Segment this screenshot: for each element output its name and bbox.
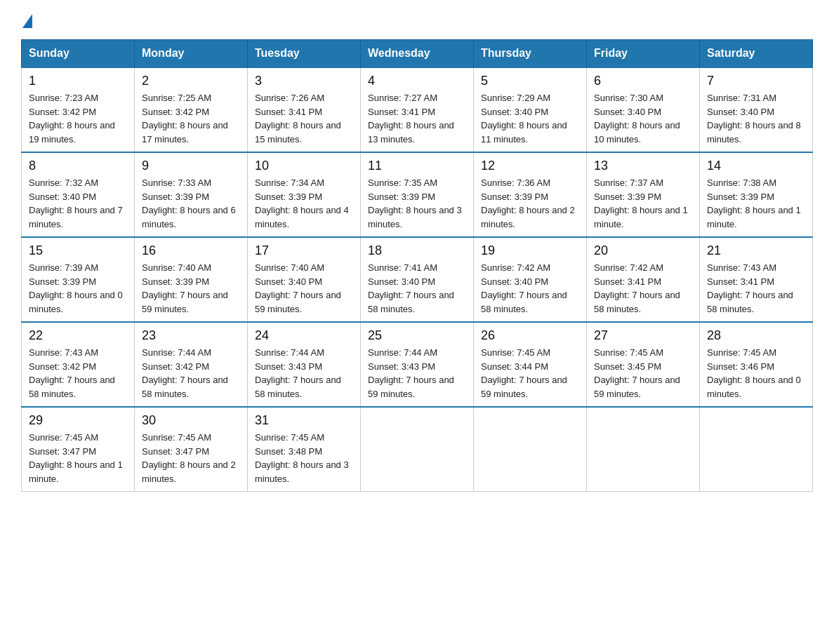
calendar-cell: 8 Sunrise: 7:32 AM Sunset: 3:40 PM Dayli… bbox=[22, 152, 135, 237]
day-info: Sunrise: 7:44 AM Sunset: 3:42 PM Dayligh… bbox=[142, 346, 240, 401]
calendar-cell: 9 Sunrise: 7:33 AM Sunset: 3:39 PM Dayli… bbox=[135, 152, 248, 237]
day-number: 6 bbox=[594, 74, 692, 88]
day-info: Sunrise: 7:29 AM Sunset: 3:40 PM Dayligh… bbox=[481, 91, 579, 146]
day-info: Sunrise: 7:26 AM Sunset: 3:41 PM Dayligh… bbox=[255, 91, 353, 146]
day-number: 27 bbox=[594, 328, 692, 343]
day-info: Sunrise: 7:43 AM Sunset: 3:42 PM Dayligh… bbox=[29, 346, 127, 401]
calendar-cell: 14 Sunrise: 7:38 AM Sunset: 3:39 PM Dayl… bbox=[700, 152, 813, 237]
header-wednesday: Wednesday bbox=[361, 40, 474, 68]
calendar-cell: 18 Sunrise: 7:41 AM Sunset: 3:40 PM Dayl… bbox=[361, 237, 474, 322]
calendar-week-row: 1 Sunrise: 7:23 AM Sunset: 3:42 PM Dayli… bbox=[22, 67, 813, 152]
day-info: Sunrise: 7:42 AM Sunset: 3:41 PM Dayligh… bbox=[594, 261, 692, 316]
calendar-cell: 16 Sunrise: 7:40 AM Sunset: 3:39 PM Dayl… bbox=[135, 237, 248, 322]
day-info: Sunrise: 7:44 AM Sunset: 3:43 PM Dayligh… bbox=[368, 346, 466, 401]
day-number: 25 bbox=[368, 328, 466, 343]
calendar-cell: 12 Sunrise: 7:36 AM Sunset: 3:39 PM Dayl… bbox=[474, 152, 587, 237]
day-number: 11 bbox=[368, 159, 466, 173]
calendar-week-row: 22 Sunrise: 7:43 AM Sunset: 3:42 PM Dayl… bbox=[22, 322, 813, 407]
day-info: Sunrise: 7:45 AM Sunset: 3:47 PM Dayligh… bbox=[142, 431, 240, 485]
day-number: 21 bbox=[707, 243, 805, 258]
day-info: Sunrise: 7:32 AM Sunset: 3:40 PM Dayligh… bbox=[29, 176, 127, 231]
calendar-cell: 26 Sunrise: 7:45 AM Sunset: 3:44 PM Dayl… bbox=[474, 322, 587, 407]
calendar-cell: 3 Sunrise: 7:26 AM Sunset: 3:41 PM Dayli… bbox=[248, 67, 361, 152]
day-info: Sunrise: 7:45 AM Sunset: 3:44 PM Dayligh… bbox=[481, 346, 579, 401]
day-number: 9 bbox=[142, 159, 240, 173]
day-number: 23 bbox=[142, 328, 240, 343]
day-number: 17 bbox=[255, 243, 353, 258]
day-info: Sunrise: 7:45 AM Sunset: 3:48 PM Dayligh… bbox=[255, 431, 353, 485]
day-info: Sunrise: 7:35 AM Sunset: 3:39 PM Dayligh… bbox=[368, 176, 466, 231]
day-info: Sunrise: 7:31 AM Sunset: 3:40 PM Dayligh… bbox=[707, 91, 805, 146]
day-number: 14 bbox=[707, 159, 805, 173]
calendar-cell: 31 Sunrise: 7:45 AM Sunset: 3:48 PM Dayl… bbox=[248, 407, 361, 492]
day-info: Sunrise: 7:45 AM Sunset: 3:45 PM Dayligh… bbox=[594, 346, 692, 401]
day-number: 18 bbox=[368, 243, 466, 258]
header-thursday: Thursday bbox=[474, 40, 587, 68]
day-number: 12 bbox=[481, 159, 579, 173]
day-info: Sunrise: 7:43 AM Sunset: 3:41 PM Dayligh… bbox=[707, 261, 805, 316]
calendar-week-row: 15 Sunrise: 7:39 AM Sunset: 3:39 PM Dayl… bbox=[22, 237, 813, 322]
calendar-cell: 1 Sunrise: 7:23 AM Sunset: 3:42 PM Dayli… bbox=[22, 67, 135, 152]
day-number: 16 bbox=[142, 243, 240, 258]
calendar-table: SundayMondayTuesdayWednesdayThursdayFrid… bbox=[21, 39, 813, 492]
header-tuesday: Tuesday bbox=[248, 40, 361, 68]
day-number: 20 bbox=[594, 243, 692, 258]
calendar-cell: 13 Sunrise: 7:37 AM Sunset: 3:39 PM Dayl… bbox=[587, 152, 700, 237]
day-info: Sunrise: 7:39 AM Sunset: 3:39 PM Dayligh… bbox=[29, 261, 127, 316]
calendar-cell: 10 Sunrise: 7:34 AM Sunset: 3:39 PM Dayl… bbox=[248, 152, 361, 237]
calendar-cell: 11 Sunrise: 7:35 AM Sunset: 3:39 PM Dayl… bbox=[361, 152, 474, 237]
day-info: Sunrise: 7:44 AM Sunset: 3:43 PM Dayligh… bbox=[255, 346, 353, 401]
day-number: 13 bbox=[594, 159, 692, 173]
day-number: 2 bbox=[142, 74, 240, 88]
day-info: Sunrise: 7:27 AM Sunset: 3:41 PM Dayligh… bbox=[368, 91, 466, 146]
calendar-cell: 25 Sunrise: 7:44 AM Sunset: 3:43 PM Dayl… bbox=[361, 322, 474, 407]
day-number: 30 bbox=[142, 413, 240, 428]
day-info: Sunrise: 7:34 AM Sunset: 3:39 PM Dayligh… bbox=[255, 176, 353, 231]
day-number: 28 bbox=[707, 328, 805, 343]
day-info: Sunrise: 7:41 AM Sunset: 3:40 PM Dayligh… bbox=[368, 261, 466, 316]
day-info: Sunrise: 7:37 AM Sunset: 3:39 PM Dayligh… bbox=[594, 176, 692, 231]
calendar-week-row: 8 Sunrise: 7:32 AM Sunset: 3:40 PM Dayli… bbox=[22, 152, 813, 237]
calendar-cell bbox=[474, 407, 587, 492]
page-header bbox=[21, 14, 813, 27]
day-number: 4 bbox=[368, 74, 466, 88]
calendar-cell: 6 Sunrise: 7:30 AM Sunset: 3:40 PM Dayli… bbox=[587, 67, 700, 152]
day-number: 26 bbox=[481, 328, 579, 343]
calendar-cell: 28 Sunrise: 7:45 AM Sunset: 3:46 PM Dayl… bbox=[700, 322, 813, 407]
day-info: Sunrise: 7:23 AM Sunset: 3:42 PM Dayligh… bbox=[29, 91, 127, 146]
day-number: 5 bbox=[481, 74, 579, 88]
day-info: Sunrise: 7:45 AM Sunset: 3:47 PM Dayligh… bbox=[29, 431, 127, 485]
day-number: 29 bbox=[29, 413, 127, 428]
day-number: 22 bbox=[29, 328, 127, 343]
header-friday: Friday bbox=[587, 40, 700, 68]
day-info: Sunrise: 7:45 AM Sunset: 3:46 PM Dayligh… bbox=[707, 346, 805, 401]
calendar-cell: 2 Sunrise: 7:25 AM Sunset: 3:42 PM Dayli… bbox=[135, 67, 248, 152]
day-info: Sunrise: 7:30 AM Sunset: 3:40 PM Dayligh… bbox=[594, 91, 692, 146]
calendar-cell: 7 Sunrise: 7:31 AM Sunset: 3:40 PM Dayli… bbox=[700, 67, 813, 152]
day-number: 19 bbox=[481, 243, 579, 258]
day-info: Sunrise: 7:38 AM Sunset: 3:39 PM Dayligh… bbox=[707, 176, 805, 231]
day-info: Sunrise: 7:40 AM Sunset: 3:40 PM Dayligh… bbox=[255, 261, 353, 316]
logo-triangle-icon bbox=[22, 14, 32, 28]
day-info: Sunrise: 7:25 AM Sunset: 3:42 PM Dayligh… bbox=[142, 91, 240, 146]
day-number: 24 bbox=[255, 328, 353, 343]
day-number: 15 bbox=[29, 243, 127, 258]
day-number: 8 bbox=[29, 159, 127, 173]
calendar-cell: 15 Sunrise: 7:39 AM Sunset: 3:39 PM Dayl… bbox=[22, 237, 135, 322]
day-number: 1 bbox=[29, 74, 127, 88]
header-monday: Monday bbox=[135, 40, 248, 68]
calendar-cell: 27 Sunrise: 7:45 AM Sunset: 3:45 PM Dayl… bbox=[587, 322, 700, 407]
calendar-cell: 29 Sunrise: 7:45 AM Sunset: 3:47 PM Dayl… bbox=[22, 407, 135, 492]
day-number: 3 bbox=[255, 74, 353, 88]
logo bbox=[21, 14, 34, 27]
header-saturday: Saturday bbox=[700, 40, 813, 68]
day-number: 7 bbox=[707, 74, 805, 88]
calendar-cell: 24 Sunrise: 7:44 AM Sunset: 3:43 PM Dayl… bbox=[248, 322, 361, 407]
day-info: Sunrise: 7:33 AM Sunset: 3:39 PM Dayligh… bbox=[142, 176, 240, 231]
calendar-week-row: 29 Sunrise: 7:45 AM Sunset: 3:47 PM Dayl… bbox=[22, 407, 813, 492]
calendar-cell: 21 Sunrise: 7:43 AM Sunset: 3:41 PM Dayl… bbox=[700, 237, 813, 322]
calendar-cell: 19 Sunrise: 7:42 AM Sunset: 3:40 PM Dayl… bbox=[474, 237, 587, 322]
day-number: 31 bbox=[255, 413, 353, 428]
header-sunday: Sunday bbox=[22, 40, 135, 68]
calendar-cell: 20 Sunrise: 7:42 AM Sunset: 3:41 PM Dayl… bbox=[587, 237, 700, 322]
